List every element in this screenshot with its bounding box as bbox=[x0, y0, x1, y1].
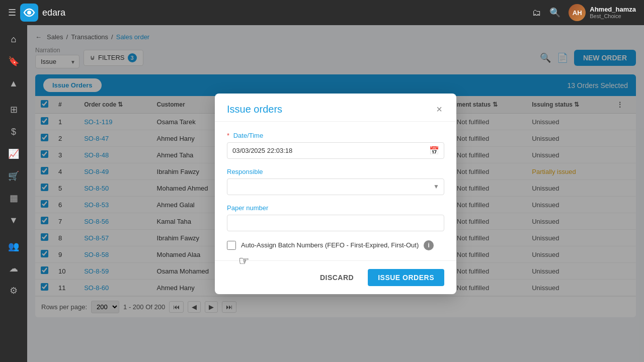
datetime-input[interactable] bbox=[227, 142, 444, 159]
sidebar-item-collapse[interactable]: ▲ bbox=[4, 73, 24, 94]
responsible-group: Responsible ▼ bbox=[227, 168, 444, 195]
sidebar-item-analytics[interactable]: 📈 bbox=[4, 144, 24, 164]
required-star: * bbox=[227, 132, 229, 139]
sidebar-item-users[interactable]: 👥 bbox=[4, 236, 24, 256]
modal-title: Issue orders bbox=[227, 104, 282, 115]
issue-orders-modal: Issue orders × * Date/Time 📅 bbox=[215, 94, 456, 294]
issue-orders-submit-button[interactable]: ISSUE ORDERS bbox=[368, 269, 444, 286]
datetime-group: * Date/Time 📅 bbox=[227, 132, 444, 159]
svg-point-0 bbox=[27, 11, 31, 15]
sidebar-item-bookmark[interactable]: 🔖 bbox=[4, 51, 24, 71]
auto-assign-checkbox[interactable] bbox=[227, 241, 236, 250]
paper-number-label: Paper number bbox=[227, 204, 444, 212]
sidebar-item-cart[interactable]: 🛒 bbox=[4, 166, 24, 186]
sidebar: ⌂ 🔖 ▲ ⊞ $ 📈 🛒 ▦ ▼ 👥 ☁ ⚙ bbox=[0, 25, 27, 362]
user-role: Best_Choice bbox=[590, 13, 636, 20]
logo-area: ☰ edara bbox=[8, 4, 526, 22]
topnav-search-icon[interactable]: 🔍 bbox=[549, 7, 560, 18]
username: Ahmed_hamza bbox=[590, 6, 636, 14]
modal-body: * Date/Time 📅 Responsible bbox=[215, 122, 456, 260]
responsible-select-wrap: ▼ bbox=[227, 178, 444, 195]
modal-close-button[interactable]: × bbox=[434, 104, 444, 114]
datetime-label: * Date/Time bbox=[227, 132, 444, 139]
user-info: Ahmed_hamza Best_Choice bbox=[590, 6, 636, 20]
calendar-icon[interactable]: 📅 bbox=[429, 146, 439, 155]
user-menu[interactable]: AH Ahmed_hamza Best_Choice bbox=[569, 4, 636, 21]
top-navigation: ☰ edara 🗂 🔍 AH Ahmed_hamza Best_Choice bbox=[0, 0, 644, 25]
sidebar-item-expand[interactable]: ▼ bbox=[4, 210, 24, 230]
modal-footer: DISCARD ISSUE ORDERS bbox=[215, 260, 456, 294]
topnav-right: 🗂 🔍 AH Ahmed_hamza Best_Choice bbox=[532, 4, 636, 21]
sidebar-item-home[interactable]: ⌂ bbox=[4, 29, 24, 49]
sidebar-item-reports[interactable]: ▦ bbox=[4, 188, 24, 208]
responsible-select[interactable] bbox=[227, 178, 444, 195]
main-content: ← Sales / Transactions / Sales order Nar… bbox=[27, 25, 644, 362]
paper-number-input[interactable] bbox=[227, 215, 444, 231]
paper-number-group: Paper number bbox=[227, 204, 444, 231]
avatar: AH bbox=[569, 4, 586, 21]
topnav-docs-icon[interactable]: 🗂 bbox=[532, 8, 541, 18]
hamburger-icon[interactable]: ☰ bbox=[8, 7, 16, 18]
datetime-input-wrap: 📅 bbox=[227, 142, 444, 159]
app-name: edara bbox=[42, 8, 65, 18]
auto-assign-row: Auto-Assign Batch Numbers (FEFO - First-… bbox=[227, 240, 444, 250]
sidebar-item-settings[interactable]: ⚙ bbox=[4, 281, 24, 301]
auto-assign-label: Auto-Assign Batch Numbers (FEFO - First-… bbox=[241, 241, 419, 249]
app-logo-icon bbox=[20, 4, 38, 22]
sidebar-item-cloud[interactable]: ☁ bbox=[4, 258, 24, 279]
responsible-label: Responsible bbox=[227, 168, 444, 175]
modal-overlay: Issue orders × * Date/Time 📅 bbox=[27, 25, 644, 362]
info-icon[interactable]: i bbox=[424, 240, 434, 250]
sidebar-item-finance[interactable]: $ bbox=[4, 122, 24, 142]
sidebar-item-grid[interactable]: ⊞ bbox=[4, 100, 24, 120]
modal-header: Issue orders × bbox=[215, 94, 456, 122]
discard-button[interactable]: DISCARD bbox=[312, 269, 362, 286]
